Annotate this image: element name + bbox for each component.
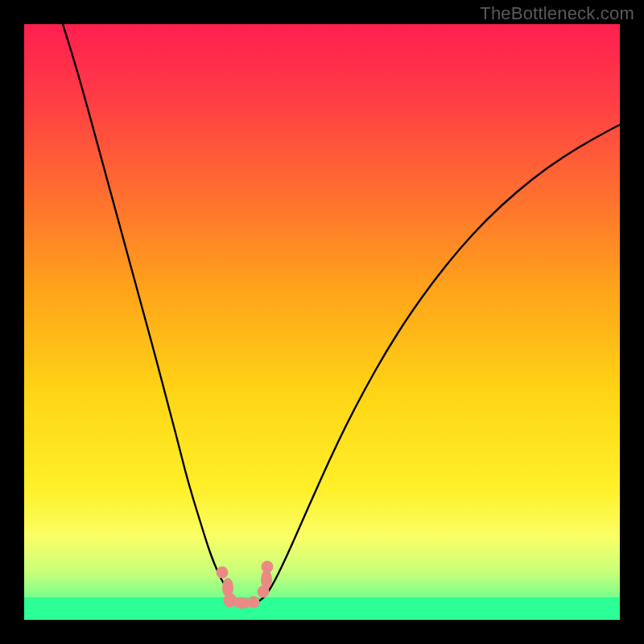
marker-point	[262, 561, 274, 573]
marker-point	[261, 570, 272, 589]
chart-frame: TheBottleneck.com	[0, 0, 644, 644]
gradient-background	[24, 24, 620, 620]
marker-point	[217, 567, 229, 579]
green-band	[24, 597, 620, 620]
marker-point	[248, 597, 260, 609]
plot-area	[24, 24, 620, 620]
chart-svg	[24, 24, 620, 620]
watermark-text: TheBottleneck.com	[480, 3, 634, 24]
